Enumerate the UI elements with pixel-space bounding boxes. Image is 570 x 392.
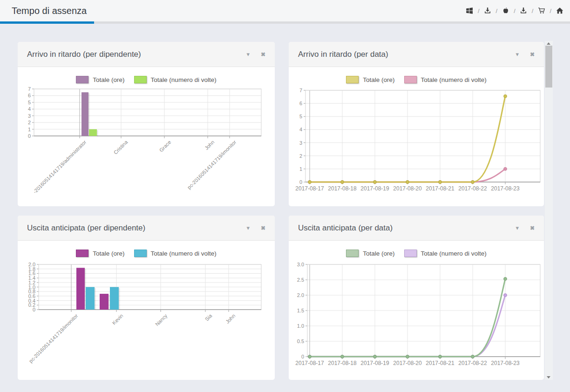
vertical-scrollbar[interactable] [545,41,553,380]
close-panel-icon[interactable]: ✖ [261,225,265,231]
panel-uscita-anticipata-per-dipendente: Uscita anticipata (per dipendente) ▾ ✖ T… [18,216,275,380]
separator: / [550,7,551,14]
chart-container: Totale (ore)Totale (numero di volte) 3.0… [289,241,544,379]
active-tab-indicator [0,21,94,24]
top-navigation-bar: Tempo di assenza ///// [0,0,570,21]
svg-text:John: John [224,313,236,324]
legend-swatch [346,250,359,257]
legend-swatch [76,76,88,83]
chart-legend: Totale (ore)Totale (numero di volte) [18,76,275,83]
line-chart: 765432102017-08-172017-08-182017-08-1920… [289,67,544,206]
panel-arrivo-ritardo-per-dipendente: Arrivo in ritardo (per dipendente) ▾ ✖ T… [18,42,275,206]
legend-entry: Totale (ore) [76,76,124,83]
legend-entry: Totale (ore) [346,250,394,257]
svg-text:3: 3 [299,140,302,146]
legend-entry: Totale (numero di volte) [404,76,487,83]
close-panel-icon[interactable]: ✖ [530,52,535,57]
svg-text:-20160514141719/administrator: -20160514141719/administrator [32,139,88,195]
svg-text:0: 0 [33,307,35,312]
legend-entry: Totale (numero di volte) [134,76,217,83]
legend-label: Totale (numero di volte) [151,76,217,83]
app-window: Tempo di assenza ///// Arrivo in ritardo… [0,0,570,392]
svg-text:2017-08-17: 2017-08-17 [295,185,324,192]
svg-text:1: 1 [299,166,302,172]
separator: / [532,7,534,14]
legend-swatch [404,250,417,257]
collapse-panel-icon[interactable]: ▾ [516,51,519,57]
svg-text:2017-08-18: 2017-08-18 [328,360,357,366]
bar-chart: 2.01.81.61.41.21.00.80.60.40.20pc-201605… [18,241,275,379]
legend-label: Totale (numero di volte) [421,76,487,83]
scrollbar-thumb[interactable] [545,46,552,88]
legend-label: Totale (ore) [93,76,124,83]
panel-header: Arrivo in ritardo (per data) ▾ ✖ [289,42,544,67]
svg-text:Grace: Grace [158,139,172,153]
svg-text:Cristina: Cristina [113,139,129,155]
download-icon[interactable] [520,7,528,15]
svg-text:0.5: 0.5 [297,338,304,344]
bar-chart: 76543210-20160514141719/administratorCri… [18,67,275,206]
svg-text:3: 3 [28,113,31,119]
panel-header: Uscita anticipata (per data) ▾ ✖ [289,216,544,241]
svg-text:2017-08-22: 2017-08-22 [458,185,487,192]
panel-arrivo-ritardo-per-data: Arrivo in ritardo (per data) ▾ ✖ Totale … [289,42,544,206]
chart-container: Totale (ore)Totale (numero di volte) 765… [289,67,544,206]
close-panel-icon[interactable]: ✖ [261,52,265,57]
legend-label: Totale (ore) [363,76,394,83]
svg-text:2017-08-21: 2017-08-21 [426,185,455,192]
svg-text:2017-08-18: 2017-08-18 [328,185,357,192]
collapse-panel-icon[interactable]: ▾ [246,225,250,231]
page-title: Tempo di assenza [12,6,466,16]
svg-text:2017-08-17: 2017-08-17 [295,360,324,366]
windows-icon[interactable] [466,7,474,15]
svg-text:pc-20160514141719/imonitor: pc-20160514141719/imonitor [28,313,79,364]
svg-text:4: 4 [299,127,302,132]
panel-uscita-anticipata-per-data: Uscita anticipata (per data) ▾ ✖ Totale … [289,216,544,380]
panel-title: Uscita anticipata (per dipendente) [27,223,246,233]
home-icon[interactable] [556,7,563,15]
svg-text:5: 5 [28,100,31,105]
svg-text:3.0: 3.0 [297,262,304,267]
panel-title: Uscita anticipata (per data) [298,223,516,233]
close-panel-icon[interactable]: ✖ [530,225,535,231]
legend-label: Totale (numero di volte) [151,250,217,257]
svg-text:7: 7 [28,86,31,92]
svg-text:2017-08-19: 2017-08-19 [360,360,389,366]
chart-container: Totale (ore)Totale (numero di volte) 765… [18,67,275,206]
chart-legend: Totale (ore)Totale (numero di volte) [18,250,275,257]
svg-text:2017-08-20: 2017-08-20 [393,360,422,366]
panel-header: Arrivo in ritardo (per dipendente) ▾ ✖ [18,42,275,67]
legend-swatch [404,76,417,83]
svg-text:Sia: Sia [204,312,213,322]
scroll-down-arrow-icon[interactable] [547,376,550,378]
collapse-panel-icon[interactable]: ▾ [516,225,519,231]
legend-swatch [134,250,147,257]
separator: / [478,7,480,14]
download-icon[interactable] [484,7,492,15]
collapse-panel-icon[interactable]: ▾ [246,51,250,57]
legend-swatch [134,76,147,83]
svg-text:6: 6 [299,101,302,106]
legend-entry: Totale (numero di volte) [404,250,487,257]
cart-icon[interactable] [537,7,545,15]
legend-label: Totale (ore) [93,250,124,257]
svg-text:1: 1 [28,127,31,132]
svg-text:0: 0 [301,354,304,359]
svg-text:2017-08-19: 2017-08-19 [360,185,389,192]
svg-text:4: 4 [28,106,31,112]
svg-text:Kevin: Kevin [111,313,124,326]
svg-text:2.0: 2.0 [297,292,304,298]
legend-entry: Totale (numero di volte) [134,250,217,257]
svg-text:Nancy: Nancy [154,313,169,327]
svg-text:5: 5 [299,114,302,119]
svg-text:2: 2 [299,153,302,159]
apple-icon[interactable] [502,7,509,15]
legend-label: Totale (numero di volte) [421,250,487,257]
svg-text:2017-08-22: 2017-08-22 [458,360,487,366]
svg-text:2: 2 [28,120,31,125]
chart-container: Totale (ore)Totale (numero di volte) 2.0… [18,241,275,379]
svg-text:1.0: 1.0 [297,323,304,329]
chart-legend: Totale (ore)Totale (numero di volte) [289,76,544,83]
svg-text:6: 6 [28,93,31,98]
scroll-up-arrow-icon[interactable] [547,42,550,45]
